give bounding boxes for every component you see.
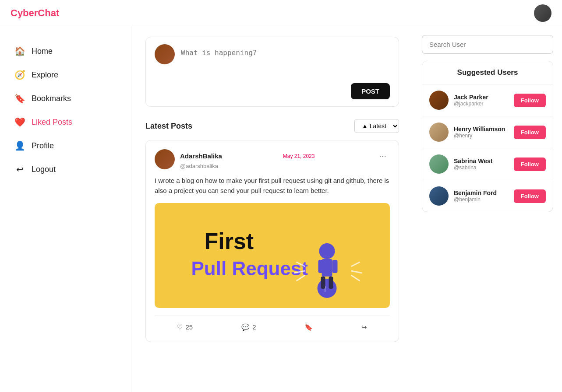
suggested-info-henry: Henry Williamson @henry — [454, 126, 509, 139]
like-icon: ♡ — [177, 323, 183, 331]
suggested-user-jack: Jack Parker @jackparker Follow — [422, 84, 553, 116]
svg-text:Pull Request: Pull Request — [191, 258, 308, 279]
avatar-benjamin — [429, 186, 449, 206]
avatar-henry — [429, 122, 449, 142]
post-card: AdarshBalika May 21, 2023 ··· @adarshbal… — [145, 140, 399, 342]
sort-select[interactable]: ▲ Latest Top — [354, 119, 399, 133]
suggested-user-benjamin: Benjamin Ford @benjamin Follow — [422, 180, 553, 212]
post-author-avatar — [155, 149, 175, 169]
like-count: 25 — [185, 323, 193, 331]
latest-posts-title: Latest Posts — [145, 122, 192, 131]
sidebar-item-label-liked: Liked Posts — [32, 118, 72, 127]
bookmark-icon: 🔖 — [304, 323, 313, 331]
suggested-name-benjamin: Benjamin Ford — [454, 189, 509, 196]
sidebar-item-label-logout: Logout — [32, 165, 56, 174]
bookmark-button[interactable]: 🔖 — [301, 322, 316, 333]
suggested-handle-henry: @henry — [454, 133, 509, 139]
sidebar: 🏠 Home 🧭 Explore 🔖 Bookmarks ❤️ Liked Po… — [0, 26, 131, 392]
home-icon: 🏠 — [14, 46, 25, 57]
sidebar-item-label-home: Home — [32, 47, 53, 56]
suggested-handle-benjamin: @benjamin — [454, 196, 509, 203]
compose-top — [155, 44, 390, 78]
logout-icon: ↩ — [14, 164, 25, 175]
sidebar-item-label-profile: Profile — [32, 141, 54, 150]
post-body: I wrote a blog on how to make your first… — [155, 175, 390, 196]
sidebar-item-bookmarks[interactable]: 🔖 Bookmarks — [11, 88, 120, 109]
avatar-jack — [429, 91, 449, 110]
svg-rect-14 — [329, 276, 333, 289]
suggested-info-sabrina: Sabrina West @sabrina — [454, 158, 509, 171]
profile-icon: 👤 — [14, 140, 25, 151]
heart-icon: ❤️ — [14, 116, 25, 128]
like-button[interactable]: ♡ 25 — [173, 322, 196, 333]
post-meta: AdarshBalika May 21, 2023 ··· @adarshbal… — [180, 149, 390, 169]
suggested-users-title: Suggested Users — [422, 61, 553, 84]
sidebar-item-label-bookmarks: Bookmarks — [32, 94, 71, 103]
svg-point-9 — [319, 243, 335, 259]
suggested-name-henry: Henry Williamson — [454, 126, 509, 133]
post-image-svg: First Pull Request ↑ ✦ ✦ ✦ — [155, 203, 390, 308]
sidebar-item-logout[interactable]: ↩ Logout — [11, 158, 120, 180]
compose-input[interactable] — [181, 44, 390, 78]
post-date: May 21, 2023 — [283, 153, 315, 159]
svg-rect-12 — [332, 260, 338, 273]
suggested-info-benjamin: Benjamin Ford @benjamin — [454, 189, 509, 203]
suggested-user-sabrina: Sabrina West @sabrina Follow — [422, 148, 553, 180]
post-button[interactable]: POST — [351, 83, 390, 99]
explore-icon: 🧭 — [14, 69, 25, 80]
bookmarks-icon: 🔖 — [14, 93, 25, 104]
post-text: I wrote a blog on how to make your first… — [155, 177, 389, 194]
post-header: AdarshBalika May 21, 2023 ··· @adarshbal… — [155, 149, 390, 169]
share-button[interactable]: ↪ — [358, 322, 371, 333]
compose-avatar-img — [155, 44, 175, 64]
suggested-handle-sabrina: @sabrina — [454, 164, 509, 171]
sidebar-item-home[interactable]: 🏠 Home — [11, 40, 120, 62]
comment-count: 2 — [252, 323, 256, 331]
latest-posts-header: Latest Posts ▲ Latest Top — [145, 119, 399, 133]
comment-icon: 💬 — [241, 323, 250, 331]
suggested-name-jack: Jack Parker — [454, 94, 509, 101]
main-layout: 🏠 Home 🧭 Explore 🔖 Bookmarks ❤️ Liked Po… — [0, 26, 562, 392]
suggested-info-jack: Jack Parker @jackparker — [454, 94, 509, 107]
svg-rect-13 — [321, 276, 325, 289]
compose-box: POST — [145, 37, 399, 107]
svg-rect-0 — [170, 203, 375, 308]
suggested-name-sabrina: Sabrina West — [454, 158, 509, 164]
suggested-handle-jack: @jackparker — [454, 101, 509, 107]
sidebar-item-explore[interactable]: 🧭 Explore — [11, 64, 120, 86]
avatar-image — [534, 4, 551, 22]
svg-rect-11 — [318, 260, 324, 273]
post-handle: @adarshbalika — [180, 163, 390, 169]
user-avatar[interactable] — [534, 4, 551, 22]
post-author-name: AdarshBalika — [180, 152, 222, 160]
compose-bottom: POST — [155, 83, 390, 99]
follow-button-henry[interactable]: Follow — [514, 126, 546, 139]
post-more-button[interactable]: ··· — [375, 149, 390, 163]
app-logo[interactable]: CyberChat — [11, 7, 59, 19]
follow-button-jack[interactable]: Follow — [514, 94, 546, 107]
share-icon: ↪ — [361, 323, 367, 331]
suggested-users-box: Suggested Users Jack Parker @jackparker … — [422, 61, 553, 212]
main-feed: POST Latest Posts ▲ Latest Top AdarshBal… — [131, 26, 413, 392]
post-image: First Pull Request ↑ ✦ ✦ ✦ — [155, 203, 390, 308]
suggested-user-henry: Henry Williamson @henry Follow — [422, 116, 553, 148]
header: CyberChat — [0, 0, 562, 26]
sidebar-item-profile[interactable]: 👤 Profile — [11, 135, 120, 157]
post-actions: ♡ 25 💬 2 🔖 ↪ — [155, 315, 390, 333]
search-input[interactable] — [422, 35, 553, 54]
follow-button-sabrina[interactable]: Follow — [514, 158, 546, 171]
compose-avatar — [155, 44, 175, 64]
sidebar-item-liked-posts[interactable]: ❤️ Liked Posts — [11, 111, 120, 133]
sidebar-item-label-explore: Explore — [32, 70, 58, 80]
comment-button[interactable]: 💬 2 — [238, 322, 259, 333]
svg-text:First: First — [205, 228, 254, 254]
right-sidebar: Suggested Users Jack Parker @jackparker … — [413, 26, 562, 392]
avatar-sabrina — [429, 154, 449, 174]
follow-button-benjamin[interactable]: Follow — [514, 189, 546, 203]
